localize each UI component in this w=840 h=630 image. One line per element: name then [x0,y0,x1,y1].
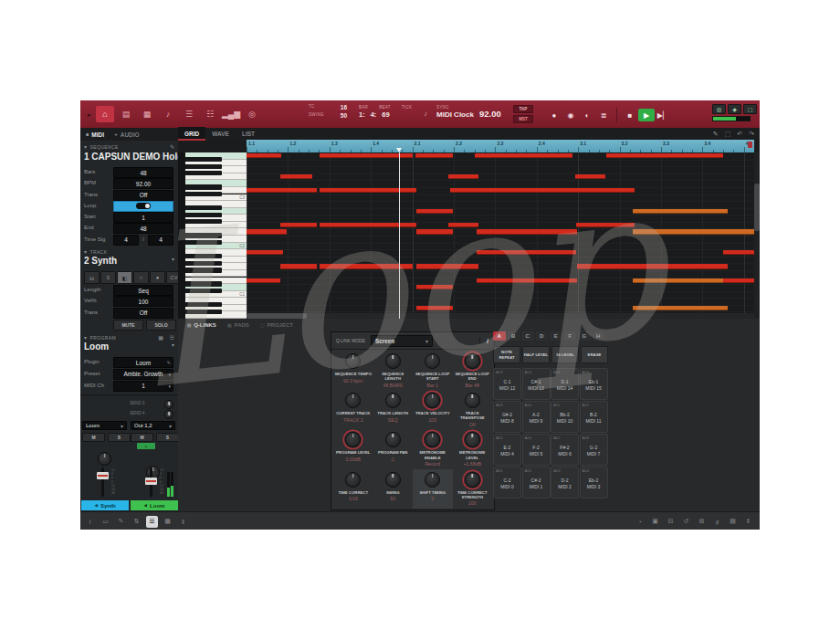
nudge-icon[interactable]: ⇅ [131,516,142,528]
trans-value[interactable]: Off [113,190,173,201]
loop-toggle[interactable] [113,201,173,212]
playhead-handle[interactable] [396,148,402,152]
piano-key-black[interactable] [185,219,222,224]
qlink-knob[interactable] [345,432,361,447]
piano-key-black[interactable] [185,233,222,237]
qlink-knob[interactable] [425,432,440,447]
16-level-button[interactable]: 16 LEVEL [551,346,579,363]
pad-a12[interactable]: A12B-2MIDI 11 [580,401,608,433]
speaker-icon[interactable]: ◧ [117,271,132,284]
tempo-source-button[interactable]: MST [513,115,533,123]
piano-key-black[interactable] [185,261,222,266]
strip1-solo-button[interactable]: S [108,433,131,442]
qlink-knob[interactable] [385,432,401,447]
metronome-icon[interactable]: ◔ [634,516,646,528]
pencil-icon[interactable]: ✎ [167,360,171,365]
midi-note[interactable] [576,223,635,227]
strip1-mute-button[interactable]: M [82,433,105,442]
pad-bank-g[interactable]: G [578,331,591,341]
channel-mixer-icon[interactable]: ☷ [201,106,219,122]
tap-tempo-button[interactable]: TAP [513,105,533,113]
sharp-icon[interactable]: ♯ [711,516,723,528]
program-grid-icon[interactable]: ▦ [158,334,163,341]
piano-key-black[interactable] [185,192,222,196]
strip1-pan-knob[interactable] [98,452,111,466]
marquee-icon[interactable]: ⬚ [725,131,731,138]
vertical-scrollbar[interactable] [754,152,760,319]
program-selector[interactable]: Loom ▾ [84,341,174,352]
pad-a01[interactable]: A01C-2MIDI 0 [493,467,521,499]
program-menu-icon[interactable]: ☰ [170,334,174,341]
edit-sequence-icon[interactable]: ✎ [170,143,174,150]
piano-key-black[interactable] [185,289,222,293]
midi-note[interactable] [280,174,312,179]
pad-a02[interactable]: A02C#-2MIDI 1 [522,467,551,499]
program-section-header[interactable]: ▾PROGRAM ▦ ☰ [84,334,174,341]
midi-note[interactable] [247,188,317,193]
vscroll-thumb[interactable] [754,184,760,231]
pad-a15[interactable]: A15D-1MIDI 14 [551,368,579,400]
midi-note[interactable] [633,209,728,214]
screen-icon[interactable]: ▢ [743,104,757,114]
midi-note[interactable] [247,153,281,158]
note-value-icon[interactable]: ♪ [424,110,427,118]
qlink-info-button[interactable]: i [479,338,488,344]
panel-tab-pads[interactable]: ▦PADS [222,320,255,330]
half-level-button[interactable]: HALF LEVEL [522,346,550,363]
virtual-keys-icon[interactable]: ▥ [712,104,726,114]
midi-note[interactable] [633,229,754,234]
midi-note[interactable] [415,153,453,158]
undo-icon[interactable]: ↶ [737,131,742,138]
timeline-ruler[interactable]: 1.11.21.31.42.12.22.32.43.13.23.33.44.1 [247,140,754,152]
strip1-footer-chip[interactable]: ◀Synth [81,500,129,510]
midi-note[interactable] [247,229,287,234]
midi-note[interactable] [280,264,317,268]
pad-a08[interactable]: A08G-2MIDI 7 [580,434,608,466]
trans-value[interactable]: Off [113,308,173,319]
midi-note[interactable] [450,188,635,193]
qlink-knob[interactable] [385,393,401,408]
erase-button[interactable]: ERASE [581,346,608,363]
bars-value[interactable]: 48 [113,167,173,178]
midi-note[interactable] [723,250,754,255]
pad-a13[interactable]: A13C-1MIDI 12 [493,368,521,400]
home-icon[interactable]: ⌂ [96,106,114,122]
piano-key-black[interactable] [185,302,222,307]
piano-key-black[interactable] [185,164,222,169]
sequence-selector[interactable]: 1 CAPSUN DEMO Hold ▾ [84,152,174,162]
loop-icon[interactable]: ↺ [680,516,692,528]
midi-note[interactable] [477,229,577,234]
qlink-knob[interactable] [345,393,361,408]
rows-icon[interactable]: ▤ [727,516,739,528]
pad-bank-d[interactable]: D [536,331,549,341]
plus-icon[interactable]: ⊞ [696,516,708,528]
midi-note[interactable] [575,174,605,179]
panel-tab-qlinks[interactable]: ⊡Q-LINKS [182,320,222,330]
midi-ch-value[interactable]: 1▾ [113,381,173,392]
piano-key-black[interactable] [185,310,222,314]
monitor-icon[interactable]: ≡ [100,271,116,284]
track-selector[interactable]: 2 Synth ▾ [84,256,174,266]
strip2-solo-button[interactable]: S [156,433,179,442]
pad-bank-b[interactable]: B [508,331,520,341]
send-knob[interactable] [164,410,173,419]
piano-key-black[interactable] [185,205,222,210]
midi-note[interactable] [247,250,283,255]
pause-icon[interactable]: ‖ [177,516,189,528]
wheel-icon[interactable]: ◎ [243,106,261,122]
track-view-icon[interactable]: ☰ [180,106,198,122]
piano-key-black[interactable] [185,184,222,189]
midi-note[interactable] [577,264,728,268]
play-button[interactable]: ▶ [638,109,655,121]
solo-button[interactable]: SOLO [146,320,176,331]
qlink-knob[interactable] [385,472,401,488]
start-value[interactable]: 1 [113,212,173,223]
keyboard-icon[interactable]: ⊟ [665,516,677,528]
pad-bank-c[interactable]: C [521,331,534,341]
midi-note[interactable] [416,229,453,234]
qlink-knob[interactable] [385,353,401,369]
bpm-value[interactable]: 92.00 [113,178,173,189]
pencil-icon[interactable]: ✎ [115,516,127,528]
strip2-footer-chip[interactable]: ◀Loom [131,500,178,510]
list-view-icon[interactable]: ☰ [146,516,158,528]
